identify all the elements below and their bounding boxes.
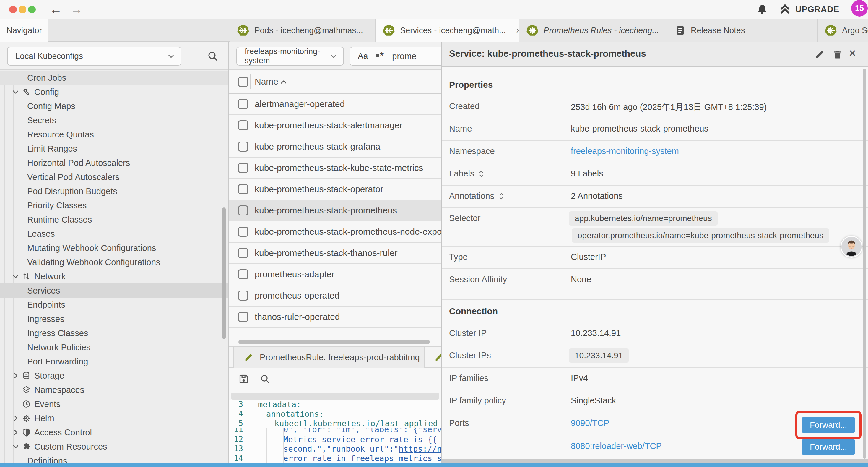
sidebar-tree-item[interactable]: Namespaces	[0, 383, 228, 397]
sidebar-tree-item[interactable]: Port Forwarding	[0, 354, 228, 369]
table-row[interactable]: kube-prometheus-stack-kube-state-metrics	[229, 157, 441, 179]
sidebar-tree-item[interactable]: Pod Disruption Budgets	[0, 184, 228, 198]
close-tab-icon[interactable]: ×	[516, 25, 519, 36]
table-row[interactable]: kube-prometheus-stack-operator	[229, 179, 441, 200]
regex-toggle[interactable]: *	[376, 53, 384, 59]
column-divider	[250, 75, 251, 89]
sidebar-tree-item[interactable]: Validating Webhook Configurations	[0, 255, 228, 269]
name-column-header[interactable]: Name	[255, 77, 278, 87]
tab-services[interactable]: Services - icecheng@math... ×	[376, 19, 519, 42]
row-checkbox[interactable]	[238, 312, 248, 322]
port-link-8080[interactable]: 8080:reloader-web/TCP	[571, 441, 662, 451]
sidebar-tree-item[interactable]: Mutating Webhook Configurations	[0, 241, 228, 255]
sidebar-tree-item[interactable]: Services	[0, 284, 228, 298]
sidebar-scrollbar[interactable]	[222, 207, 226, 339]
table-row[interactable]: kube-prometheus-stack-prometheus-node-ex…	[229, 222, 441, 243]
table-row[interactable]: kube-prometheus-stack-thanos-ruler	[229, 243, 441, 264]
session-affinity-label: Session Affinity	[449, 274, 507, 284]
close-window-button[interactable]	[9, 6, 17, 13]
table-row[interactable]: kube-prometheus-stack-prometheus	[229, 200, 441, 222]
sidebar-tree-item[interactable]: Access Control	[0, 425, 228, 439]
row-checkbox[interactable]	[238, 142, 248, 152]
row-checkbox[interactable]	[238, 163, 248, 173]
row-checkbox[interactable]	[238, 248, 248, 258]
tab-pods[interactable]: Pods - icecheng@mathmas...	[230, 19, 376, 42]
expand-collapse-icon[interactable]	[498, 192, 505, 200]
sidebar-tree-item[interactable]: Runtime Classes	[0, 212, 228, 227]
sidebar-tree-item[interactable]: Helm	[0, 411, 228, 425]
sidebar-tree-item[interactable]: Secrets	[0, 113, 228, 127]
sidebar-tree-item[interactable]: Network	[0, 269, 228, 284]
detail-scrollbar[interactable]	[863, 68, 866, 459]
row-checkbox[interactable]	[238, 205, 248, 215]
service-name: kube-prometheus-stack-prometheus-node-ex…	[255, 227, 441, 237]
save-icon[interactable]	[238, 373, 250, 385]
expand-collapse-icon[interactable]	[478, 170, 485, 178]
tab-argo[interactable]: Argo Se	[818, 19, 868, 42]
namespace-select[interactable]: freeleaps-monitoring-system	[236, 47, 344, 66]
detail-horizontal-scrollbar[interactable]	[442, 459, 868, 463]
tab-navigator[interactable]: Navigator	[0, 19, 49, 42]
row-checkbox[interactable]	[238, 291, 248, 300]
sidebar-tree-item[interactable]: Horizontal Pod Autoscalers	[0, 156, 228, 170]
sidebar-tree-item[interactable]: Definitions	[0, 454, 228, 463]
forward-button[interactable]: →	[70, 2, 83, 17]
row-checkbox[interactable]	[238, 269, 248, 279]
row-checkbox[interactable]	[238, 227, 248, 237]
sidebar-tree-item[interactable]: Events	[0, 397, 228, 411]
edit-pencil-icon[interactable]	[814, 49, 825, 60]
editor-scroll-band[interactable]	[231, 392, 439, 400]
sidebar-tree-item[interactable]: Limit Ranges	[0, 142, 228, 156]
sidebar-tree-item[interactable]: Storage	[0, 369, 228, 383]
table-row[interactable]: thanos-ruler-operated	[229, 307, 441, 328]
sidebar-tree-item[interactable]: Config Maps	[0, 99, 228, 113]
namespace-link[interactable]: freeleaps-monitoring-system	[571, 146, 679, 156]
table-row[interactable]: kube-prometheus-stack-grafana	[229, 136, 441, 157]
sidebar-tree-item[interactable]: Ingresses	[0, 312, 228, 326]
sidebar-tree-item[interactable]: Endpoints	[0, 298, 228, 312]
editor-tab-prometheusrule[interactable]: PrometheusRule: freeleaps-prod-rabbitmq	[233, 347, 425, 368]
user-avatar[interactable]	[840, 236, 862, 258]
table-row[interactable]: prometheus-adapter	[229, 264, 441, 285]
sidebar-tree-item[interactable]: Network Policies	[0, 340, 228, 354]
sidebar-tree-item[interactable]: Resource Quotas	[0, 127, 228, 142]
tree-item-label: Config	[34, 87, 59, 97]
sidebar-tree-item[interactable]: Custom Resources	[0, 439, 228, 454]
match-case-toggle[interactable]: Aa	[358, 52, 368, 61]
editor-search-icon[interactable]	[260, 374, 270, 384]
runbook-url-link[interactable]: https://net	[399, 444, 441, 454]
port-link-9090[interactable]: 9090/TCP	[571, 418, 610, 428]
zoom-window-button[interactable]	[28, 6, 36, 13]
select-all-checkbox[interactable]	[238, 77, 248, 87]
tab-prometheus-rules[interactable]: Prometheus Rules - icecheng...	[519, 19, 668, 42]
kubeconfig-select[interactable]: Local Kubeconfigs	[7, 47, 181, 66]
editor-tab-partial[interactable]	[430, 347, 441, 368]
filter-search-input[interactable]: Aa * prome	[349, 47, 441, 66]
row-checkbox[interactable]	[238, 120, 248, 130]
table-horizontal-scrollbar[interactable]	[239, 340, 430, 344]
sidebar-tree-item[interactable]: Leases	[0, 227, 228, 241]
sidebar-tree-item[interactable]: Config	[0, 85, 228, 99]
sidebar-search-icon[interactable]	[207, 50, 219, 62]
upgrade-button[interactable]: UPGRADE	[779, 3, 839, 16]
back-button[interactable]: ←	[50, 2, 62, 17]
notification-count-badge[interactable]: 15	[851, 0, 868, 17]
sort-ascending-icon[interactable]	[280, 78, 287, 86]
forward-button-8080[interactable]: Forward...	[802, 439, 855, 455]
row-checkbox[interactable]	[238, 99, 248, 109]
close-panel-icon[interactable]: ×	[849, 46, 856, 60]
sidebar-tree-item[interactable]: Cron Jobs	[0, 71, 228, 85]
table-row[interactable]: alertmanager-operated	[229, 94, 441, 115]
delete-trash-icon[interactable]	[832, 49, 843, 60]
sidebar-tree-item[interactable]: Ingress Classes	[0, 326, 228, 340]
service-name: kube-prometheus-stack-prometheus	[255, 205, 397, 215]
minimize-window-button[interactable]	[19, 6, 26, 13]
sidebar-tree-item[interactable]: Priority Classes	[0, 198, 228, 212]
table-row[interactable]: prometheus-operated	[229, 285, 441, 307]
yaml-editor[interactable]: 3 metadata: 4 annotations: 5 kubectl.kub…	[229, 400, 441, 463]
table-row[interactable]: kube-prometheus-stack-alertmanager	[229, 115, 441, 136]
notifications-bell-icon[interactable]	[756, 4, 768, 16]
row-checkbox[interactable]	[238, 184, 248, 194]
tab-release-notes[interactable]: Release Notes	[668, 19, 818, 42]
sidebar-tree-item[interactable]: Vertical Pod Autoscalers	[0, 170, 228, 184]
